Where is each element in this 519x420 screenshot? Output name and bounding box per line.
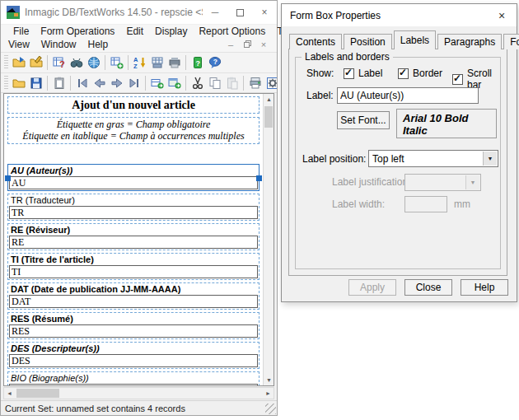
tab-position[interactable]: Position	[344, 34, 392, 49]
mdi-minimize-icon[interactable]: –	[226, 40, 236, 49]
first-record-icon[interactable]	[73, 75, 91, 91]
field-box-res[interactable]: RES (Résumé) RES	[7, 312, 260, 339]
field-edit-box[interactable]: RES	[9, 324, 258, 338]
menu-report-options[interactable]: Report Options	[193, 25, 271, 38]
desktop: Inmagic DB/TextWorks 14.50 - repscie <Sh…	[0, 0, 519, 420]
label-text-input[interactable]	[337, 87, 479, 104]
field-edit-box[interactable]: BIO	[9, 384, 258, 385]
help-button[interactable]: Help	[461, 279, 508, 296]
label-position-combo[interactable]: Top left ▼	[368, 150, 498, 167]
font-row: Set Font... Arial 10 Bold Italic	[296, 109, 500, 138]
open-icon[interactable]	[10, 75, 27, 91]
horizontal-scrollbar[interactable]: ◄ ►	[3, 387, 274, 399]
field-box-des[interactable]: DES (Descripteur(s)) DES	[7, 342, 260, 369]
form-canvas[interactable]: Ajout d'un nouvel article Étiquette en g…	[4, 94, 263, 385]
horizontal-scroll-thumb[interactable]	[16, 389, 59, 398]
menu-view[interactable]: View	[2, 38, 35, 51]
form-title-box[interactable]: Ajout d'un nouvel article	[7, 96, 260, 114]
open-form-icon[interactable]	[10, 54, 27, 71]
maximize-icon[interactable]	[227, 1, 252, 24]
vertical-scrollbar[interactable]: ▲ ▼	[263, 94, 274, 385]
web-icon[interactable]	[85, 54, 102, 71]
field-edit-box[interactable]: DES	[9, 354, 258, 367]
apply-button[interactable]: Apply	[348, 279, 396, 296]
field-edit-box[interactable]: TI	[9, 265, 258, 278]
copy-icon[interactable]	[206, 75, 223, 91]
report-icon[interactable]	[148, 54, 166, 71]
selection-handle-left[interactable]	[5, 175, 11, 181]
close-button[interactable]: Close	[404, 279, 452, 296]
cut-icon[interactable]	[189, 75, 206, 91]
field-box-tr[interactable]: TR (Traducteur) TR	[7, 194, 260, 221]
sort-icon[interactable]: AZ	[131, 54, 148, 71]
tab-paragraphs[interactable]: Paragraphs	[437, 34, 502, 49]
display-record-icon[interactable]	[166, 75, 183, 91]
field-box-au[interactable]: AU (Auteur(s)) AU	[7, 164, 260, 191]
minimize-icon[interactable]: ─	[203, 1, 227, 24]
scroll-up-icon[interactable]: ▲	[264, 94, 274, 105]
window-title: Inmagic DB/TextWorks 14.50 - repscie <Sh…	[25, 7, 203, 18]
chevron-down-icon[interactable]: ▼	[483, 152, 497, 166]
menu-help[interactable]: Help	[82, 38, 114, 51]
tab-contents[interactable]: Contents	[289, 34, 342, 49]
form-instructions-box[interactable]: Étiquette en gras = Champ obligatoire Ét…	[7, 117, 260, 144]
summarize-icon[interactable]	[166, 54, 183, 71]
dialog-close-icon[interactable]: ×	[487, 4, 517, 26]
scroll-left-icon[interactable]: ◄	[4, 388, 15, 399]
paste-icon[interactable]	[223, 75, 241, 91]
label-position-label: Label position:	[302, 153, 366, 165]
help-book-icon[interactable]: ?	[189, 54, 206, 71]
edit-record-icon[interactable]	[148, 75, 166, 91]
toolbar-separator	[243, 76, 244, 91]
scroll-down-icon[interactable]: ▼	[264, 375, 274, 385]
tab-labels[interactable]: Labels	[394, 30, 436, 49]
mdi-restore-icon[interactable]	[242, 40, 252, 49]
show-label-option[interactable]: Label	[344, 68, 382, 79]
border-checkbox[interactable]	[398, 68, 409, 79]
help-bubble-icon[interactable]: ?	[206, 54, 223, 71]
mdi-close-icon[interactable]: ×	[259, 40, 269, 49]
close-icon[interactable]: ×	[252, 1, 277, 24]
save-icon[interactable]	[27, 75, 44, 91]
menu-display[interactable]: Display	[149, 25, 193, 38]
prev-record-icon[interactable]	[91, 75, 108, 91]
field-label: RES (Résumé)	[9, 313, 258, 324]
scroll-right-icon[interactable]: ►	[263, 388, 274, 399]
menu-form-operations[interactable]: Form Operations	[35, 25, 120, 38]
clipboard-icon[interactable]	[50, 75, 68, 91]
resize-grip[interactable]	[265, 404, 276, 414]
menu-edit[interactable]: Edit	[120, 25, 149, 38]
toolbar-grip[interactable]	[4, 55, 8, 70]
field-box-bio[interactable]: BIO (Biographie(s)) BIO	[7, 371, 260, 385]
vertical-scroll-thumb[interactable]	[264, 106, 273, 128]
field-label: AU (Auteur(s))	[9, 165, 258, 176]
form-box-properties-dialog: Form Box Properties × Contents Position …	[281, 3, 517, 302]
svg-text:?: ?	[59, 59, 65, 69]
last-record-icon[interactable]	[125, 75, 143, 91]
design-form-icon[interactable]	[27, 54, 44, 71]
dialog-button-row: Apply Close Help	[282, 279, 517, 297]
tab-format[interactable]: Format	[503, 34, 519, 49]
field-box-ti[interactable]: TI (Titre de l'article) TI	[7, 253, 260, 280]
new-record-icon[interactable]	[108, 54, 125, 71]
show-border-option[interactable]: Border	[398, 68, 442, 79]
next-record-icon[interactable]	[108, 75, 125, 91]
print-options-icon[interactable]	[264, 75, 277, 91]
field-edit-box[interactable]: RE	[9, 236, 258, 249]
menu-file[interactable]: File	[7, 25, 35, 38]
selection-handle-right[interactable]	[256, 175, 262, 181]
field-edit-box[interactable]: AU	[9, 176, 258, 189]
find-icon[interactable]	[68, 54, 85, 71]
field-box-re[interactable]: RE (Réviseur) RE	[7, 223, 260, 250]
dialog-tab-strip: Contents Position Labels Paragraphs Form…	[289, 31, 519, 49]
toolbar-grip[interactable]	[4, 76, 8, 91]
scrollbar-checkbox[interactable]	[452, 74, 463, 85]
label-checkbox[interactable]	[344, 68, 354, 79]
menu-window[interactable]: Window	[35, 38, 82, 51]
field-box-dat[interactable]: DAT (Date de publication JJ-MM-AAAA) DAT	[7, 282, 260, 310]
query-screen-icon[interactable]: ?	[50, 54, 68, 71]
set-font-button[interactable]: Set Font...	[337, 111, 390, 129]
print-icon[interactable]	[246, 75, 264, 91]
field-edit-box[interactable]: DAT	[9, 295, 258, 308]
field-edit-box[interactable]: TR	[9, 206, 258, 219]
